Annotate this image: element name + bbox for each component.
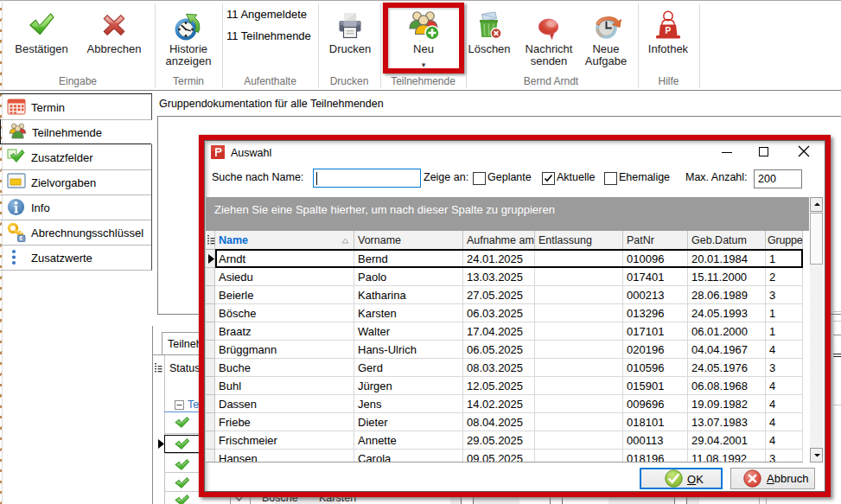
svg-text:€: € — [19, 235, 22, 241]
svg-text:P: P — [666, 26, 672, 35]
